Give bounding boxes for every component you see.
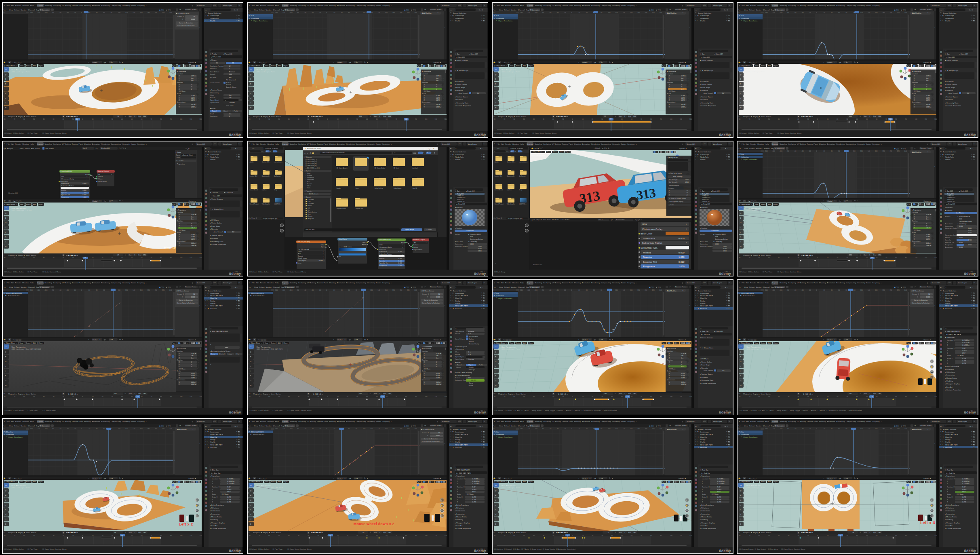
svg-text:313: 313 xyxy=(635,185,657,202)
